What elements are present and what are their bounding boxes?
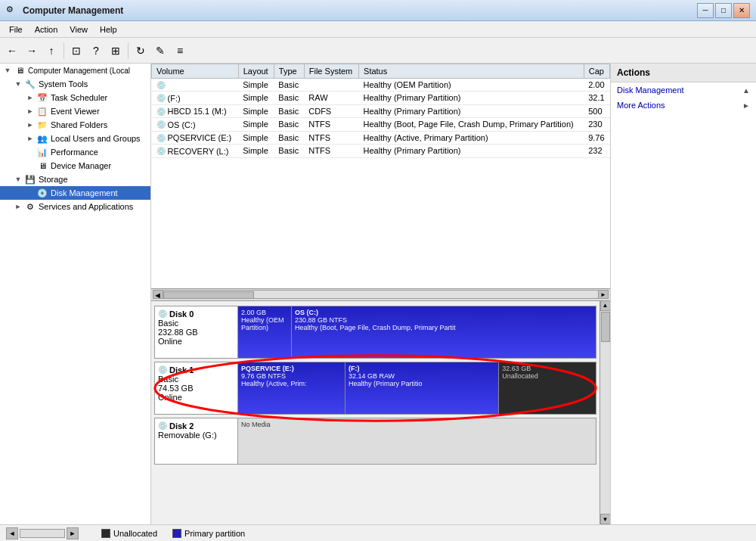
legend-unalloc-box — [101, 529, 110, 538]
disk1-container: 💿 Disk 1 Basic 74.53 GB Online PQSERVICE… — [154, 362, 596, 415]
disk0-part2-status: Healthy (Boot, Page File, Crash Dump, Pr… — [295, 324, 593, 331]
cell-fs: RAW — [304, 92, 358, 105]
disk0-info: 💿 Disk 0 Basic 232.88 GB Online — [155, 306, 238, 358]
disk-visual-area: 💿 Disk 0 Basic 232.88 GB Online 2.00 GB — [151, 300, 600, 525]
services-icon: ⚙ — [24, 201, 36, 213]
tree-item-disk-management[interactable]: 💿 Disk Management — [0, 186, 150, 200]
disk-management-icon: 💿 — [36, 187, 48, 199]
volume-table-area[interactable]: Volume Layout Type File System Status Ca… — [151, 64, 610, 288]
cell-capacity: 2.00 — [584, 79, 609, 92]
minimize-button[interactable]: ─ — [697, 3, 714, 18]
expand-root[interactable]: ▼ — [2, 67, 14, 74]
tree-item-device-manager[interactable]: 🖥 Device Manager — [0, 159, 150, 173]
col-volume[interactable]: Volume — [152, 64, 239, 79]
close-button[interactable]: ✕ — [733, 3, 750, 18]
tree-item-shared-folders[interactable]: ► 📁 Shared Folders — [0, 118, 150, 132]
disk0-part2[interactable]: OS (C:) 230.88 GB NTFS Healthy (Boot, Pa… — [292, 306, 596, 358]
disk0-part1-status: Healthy (OEM Partition) — [241, 316, 288, 331]
help-button[interactable]: ? — [87, 42, 105, 60]
tree-item-storage[interactable]: ▼ 💾 Storage — [0, 173, 150, 186]
hscroll-left-btn[interactable]: ◄ — [153, 290, 163, 299]
tree-item-local-users[interactable]: ► 👥 Local Users and Groups — [0, 132, 150, 145]
col-status[interactable]: Status — [359, 64, 584, 79]
table-row[interactable]: 💿(F:) Simple Basic RAW Healthy (Primary … — [152, 92, 610, 105]
status-scroll-left[interactable]: ◄ — [6, 527, 18, 539]
col-layout[interactable]: Layout — [238, 64, 274, 79]
forward-button[interactable]: → — [23, 42, 41, 60]
disk1-part1[interactable]: PQSERVICE (E:) 9.76 GB NTFS Healthy (Act… — [238, 362, 345, 414]
cell-volume: 💿PQSERVICE (E:) — [152, 131, 239, 145]
disk1-type: Basic — [158, 375, 234, 384]
cell-volume: 💿HBCD 15.1 (M:) — [152, 104, 239, 118]
expand-system-tools[interactable]: ▼ — [12, 80, 24, 88]
maximize-button[interactable]: □ — [715, 3, 732, 18]
col-filesystem[interactable]: File System — [304, 64, 358, 79]
vscroll-down-btn[interactable]: ▼ — [600, 514, 611, 524]
tree-item-root[interactable]: ▼ 🖥 Computer Management (Local — [0, 64, 150, 77]
tree-label-device-manager: Device Manager — [51, 161, 111, 170]
table-row[interactable]: 💿RECOVERY (L:) Simple Basic NTFS Healthy… — [152, 145, 610, 158]
status-scroll-right[interactable]: ► — [67, 527, 79, 539]
vscroll-thumb[interactable] — [601, 312, 610, 342]
expand-services[interactable]: ► — [12, 203, 24, 210]
menu-file[interactable]: File — [3, 23, 29, 36]
up-button[interactable]: ↑ — [42, 42, 60, 60]
hscroll-thumb[interactable] — [163, 291, 254, 299]
expand-local-users[interactable]: ► — [24, 135, 36, 142]
properties-button[interactable]: ≡ — [171, 42, 189, 60]
disk2-part1[interactable]: No Media — [238, 418, 596, 464]
window-controls: ─ □ ✕ — [697, 3, 750, 18]
tree-item-services[interactable]: ► ⚙ Services and Applications — [0, 200, 150, 213]
export-button[interactable]: ✎ — [151, 42, 169, 60]
table-row[interactable]: 💿HBCD 15.1 (M:) Simple Basic CDFS Health… — [152, 104, 610, 118]
disk1-part3[interactable]: 32.63 GB Unallocated — [499, 362, 596, 414]
disk1-part2[interactable]: (F:) 32.14 GB RAW Healthy (Primary Parti… — [345, 362, 499, 414]
disk0-part1[interactable]: 2.00 GB Healthy (OEM Partition) — [238, 306, 292, 358]
menu-view[interactable]: View — [64, 23, 94, 36]
col-type[interactable]: Type — [274, 64, 304, 79]
tree-item-performance[interactable]: 📊 Performance — [0, 145, 150, 159]
status-scroll-track[interactable] — [20, 529, 65, 538]
col-capacity[interactable]: Cap — [584, 64, 609, 79]
cell-layout: Simple — [238, 145, 274, 158]
tree-label-shared-folders: Shared Folders — [51, 120, 107, 129]
expand-task-scheduler[interactable]: ► — [24, 94, 36, 101]
right-panel: Volume Layout Type File System Status Ca… — [151, 64, 756, 524]
view-button[interactable]: ⊞ — [107, 42, 125, 60]
expand-storage[interactable]: ▼ — [12, 176, 24, 183]
table-row[interactable]: 💿PQSERVICE (E:) Simple Basic NTFS Health… — [152, 131, 610, 145]
tree-item-system-tools[interactable]: ▼ 🔧 System Tools — [0, 77, 150, 91]
legend-unallocated: Unallocated — [101, 529, 157, 538]
expand-shared-folders[interactable]: ► — [24, 121, 36, 129]
table-row[interactable]: 💿 Simple Basic Healthy (OEM Partition) 2… — [152, 79, 610, 92]
vscroll-up-btn[interactable]: ▲ — [600, 300, 611, 311]
disk2-type: Removable (G:) — [158, 431, 234, 440]
disk0-part2-label: OS (C:) — [295, 309, 593, 316]
cell-layout: Simple — [238, 131, 274, 145]
disk-vscrollbar: ▲ ▼ — [600, 300, 610, 525]
actions-disk-management[interactable]: Disk Management ▲ — [611, 82, 756, 98]
expand-event-viewer[interactable]: ► — [24, 107, 36, 115]
hscroll-right-btn[interactable]: ► — [598, 290, 609, 299]
cell-volume: 💿 — [152, 79, 239, 92]
disk0-part1-size: 2.00 GB — [241, 309, 288, 316]
hscroll-track[interactable] — [163, 290, 598, 299]
cell-volume: 💿OS (C:) — [152, 118, 239, 132]
tree-item-task-scheduler[interactable]: ► 📅 Task Scheduler — [0, 91, 150, 104]
vscroll-track[interactable] — [600, 311, 611, 515]
tree-item-event-viewer[interactable]: ► 📋 Event Viewer — [0, 104, 150, 118]
table-hscrollbar[interactable]: ◄ ► — [151, 288, 610, 300]
disk0-type: Basic — [158, 319, 234, 328]
back-button[interactable]: ← — [3, 42, 21, 60]
toolbar-sep-2 — [128, 42, 129, 59]
show-hide-button[interactable]: ⊡ — [67, 42, 85, 60]
disk1-name: Disk 1 — [169, 365, 194, 375]
menu-help[interactable]: Help — [94, 23, 123, 36]
actions-more[interactable]: More Actions ► — [611, 98, 756, 113]
cell-capacity: 32.1 — [584, 92, 609, 105]
cell-status: Healthy (OEM Partition) — [359, 79, 584, 92]
menu-action[interactable]: Action — [29, 23, 64, 36]
refresh-button[interactable]: ↻ — [132, 42, 150, 60]
actions-header: Actions — [611, 64, 756, 82]
table-row[interactable]: 💿OS (C:) Simple Basic NTFS Healthy (Boot… — [152, 118, 610, 132]
